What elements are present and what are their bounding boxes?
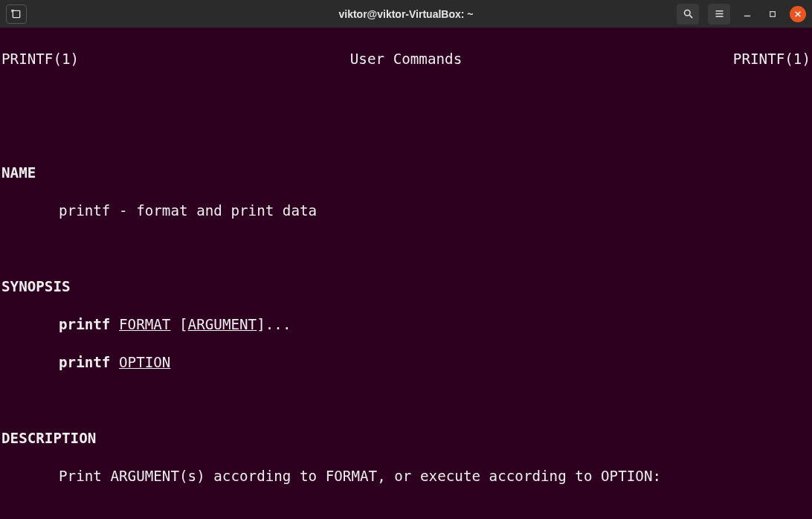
blank-line <box>1 88 811 107</box>
synopsis-line-1: printf FORMAT [ARGUMENT]... <box>1 315 811 335</box>
blank-line <box>1 391 811 410</box>
blank-line <box>1 239 811 259</box>
header-right: PRINTF(1) <box>733 50 811 69</box>
section-name-heading: NAME <box>1 164 811 183</box>
hamburger-menu-icon[interactable] <box>708 4 730 25</box>
synopsis-bracket-close: ]... <box>257 316 291 333</box>
header-center: User Commands <box>350 50 462 69</box>
terminal-content[interactable]: PRINTF(1)User CommandsPRINTF(1) NAME pri… <box>0 28 812 519</box>
blank-line <box>1 505 811 520</box>
titlebar: viktor@viktor-VirtualBox: ~ <box>0 0 812 28</box>
minimize-button[interactable] <box>739 6 755 22</box>
blank-line <box>1 126 811 145</box>
header-left: PRINTF(1) <box>1 50 79 69</box>
svg-line-2 <box>689 15 692 18</box>
new-tab-icon[interactable] <box>6 4 27 24</box>
window-title: viktor@viktor-VirtualBox: ~ <box>338 8 473 20</box>
synopsis-line-2: printf OPTION <box>1 353 811 373</box>
section-description-heading: DESCRIPTION <box>1 429 811 448</box>
synopsis-format: FORMAT <box>119 316 170 333</box>
synopsis-bracket-open: [ <box>170 316 187 333</box>
maximize-button[interactable] <box>764 6 781 22</box>
section-synopsis-heading: SYNOPSIS <box>1 277 811 297</box>
man-page-header: PRINTF(1)User CommandsPRINTF(1) <box>1 50 811 69</box>
synopsis-argument: ARGUMENT <box>188 316 257 333</box>
svg-point-1 <box>684 10 690 16</box>
name-body: printf - format and print data <box>1 202 811 221</box>
svg-rect-0 <box>13 10 19 17</box>
synopsis-cmd: printf <box>59 316 110 333</box>
svg-rect-7 <box>770 11 776 16</box>
search-icon[interactable] <box>677 4 699 25</box>
window-controls <box>677 4 806 25</box>
synopsis-option: OPTION <box>119 354 170 371</box>
description-body: Print ARGUMENT(s) according to FORMAT, o… <box>1 467 811 486</box>
synopsis-cmd: printf <box>59 354 110 371</box>
close-button[interactable] <box>790 6 806 22</box>
